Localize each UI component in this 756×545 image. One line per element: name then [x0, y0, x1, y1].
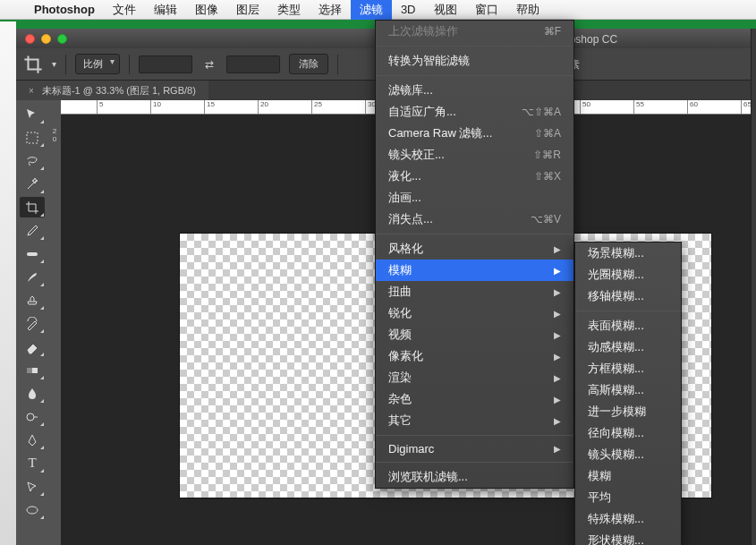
menuitem-radial-blur[interactable]: 径向模糊... [575, 422, 681, 444]
menuitem-label: 光圈模糊... [588, 267, 668, 283]
menuitem-lens-correction[interactable]: 镜头校正...⇧⌘R [376, 144, 573, 166]
menu-window[interactable]: 窗口 [466, 0, 507, 20]
menu-separator [376, 462, 573, 463]
lasso-tool-icon[interactable] [20, 150, 45, 171]
menuitem-box-blur[interactable]: 方框模糊... [575, 358, 681, 379]
menuitem-label: Camera Raw 滤镜... [388, 125, 534, 141]
svg-rect-1 [27, 252, 38, 256]
menuitem-label: 杂色 [388, 391, 554, 407]
menuitem-field-blur[interactable]: 场景模糊... [575, 243, 681, 264]
menuitem-shortcut: ⇧⌘R [533, 149, 561, 161]
menu-layer[interactable]: 图层 [227, 0, 268, 20]
crop-tool-icon[interactable] [23, 55, 43, 74]
clone-stamp-tool-icon[interactable] [20, 290, 45, 311]
menuitem-tilt-shift[interactable]: 移轴模糊... [575, 285, 681, 307]
clear-button[interactable]: 清除 [289, 54, 328, 74]
path-selection-tool-icon[interactable] [20, 476, 45, 497]
menuitem-camera-raw[interactable]: Camera Raw 滤镜...⇧⌘A [376, 123, 573, 144]
menu-edit[interactable]: 编辑 [145, 0, 186, 20]
crop-dropdown-arrow-icon[interactable]: ▾ [52, 59, 56, 69]
menuitem-sharpen[interactable]: 锐化▶ [376, 302, 573, 324]
menuitem-average[interactable]: 平均 [575, 487, 681, 508]
menuitem-other[interactable]: 其它▶ [376, 410, 573, 431]
menuitem-convert-smart[interactable]: 转换为智能滤镜 [376, 50, 573, 72]
menu-3d[interactable]: 3D [392, 0, 425, 20]
menuitem-stylize[interactable]: 风格化▶ [376, 238, 573, 260]
menuitem-gaussian-blur[interactable]: 高斯模糊... [575, 379, 681, 401]
eraser-tool-icon[interactable] [20, 336, 45, 357]
document-tab[interactable]: × 未标题-1 @ 33.3% (图层 1, RGB/8) [16, 81, 208, 100]
ratio-width-input[interactable] [139, 55, 192, 73]
close-icon[interactable] [25, 34, 35, 44]
menuitem-video[interactable]: 视频▶ [376, 324, 573, 345]
menuitem-digimarc[interactable]: Digimarc▶ [376, 439, 573, 458]
ratio-dropdown[interactable]: 比例 [75, 54, 120, 74]
menuitem-motion-blur[interactable]: 动感模糊... [575, 336, 681, 358]
menu-type[interactable]: 类型 [268, 0, 310, 20]
gradient-tool-icon[interactable] [20, 360, 45, 380]
ellipse-tool-icon[interactable] [20, 499, 45, 520]
menuitem-surface-blur[interactable]: 表面模糊... [575, 315, 681, 336]
menuitem-liquify[interactable]: 液化...⇧⌘X [376, 166, 573, 187]
blur-tool-icon[interactable] [20, 383, 45, 404]
swap-dimensions-icon[interactable]: ⇄ [201, 58, 217, 71]
type-tool-icon[interactable]: T [20, 453, 45, 473]
menuitem-last-filter: 上次滤镜操作 ⌘F [376, 21, 573, 42]
menu-separator [575, 311, 681, 311]
menuitem-oil-paint[interactable]: 油画... [376, 187, 573, 209]
ruler-tick: 55 [633, 100, 644, 115]
options-divider [129, 55, 130, 74]
menuitem-blur[interactable]: 模糊▶ [376, 260, 573, 281]
menuitem-shortcut: ⌘F [544, 25, 561, 38]
menuitem-render[interactable]: 渲染▶ [376, 367, 573, 388]
menuitem-shape-blur[interactable]: 形状模糊... [575, 530, 681, 545]
ruler-tick: 15 [204, 100, 215, 115]
history-brush-tool-icon[interactable] [20, 313, 45, 334]
panels-dock[interactable] [751, 29, 756, 545]
menuitem-browse-online[interactable]: 浏览联机滤镜... [376, 466, 573, 488]
menu-select[interactable]: 选择 [310, 0, 351, 20]
submenu-arrow-icon: ▶ [554, 373, 561, 383]
marquee-tool-icon[interactable] [20, 127, 45, 148]
menu-help[interactable]: 帮助 [507, 0, 548, 20]
pen-tool-icon[interactable] [20, 430, 45, 450]
eyedropper-tool-icon[interactable] [20, 220, 45, 241]
menu-view[interactable]: 视图 [425, 0, 466, 20]
menuitem-label: 方框模糊... [588, 361, 668, 377]
menuitem-lens-blur[interactable]: 镜头模糊... [575, 444, 681, 465]
menuitem-noise[interactable]: 杂色▶ [376, 388, 573, 410]
menuitem-blur[interactable]: 模糊 [575, 465, 681, 487]
menuitem-smart-blur[interactable]: 特殊模糊... [575, 508, 681, 530]
menu-separator [376, 75, 573, 76]
brush-tool-icon[interactable] [20, 267, 45, 287]
menuitem-distort[interactable]: 扭曲▶ [376, 281, 573, 302]
menu-file[interactable]: 文件 [104, 0, 145, 20]
menuitem-blur-more[interactable]: 进一步模糊 [575, 401, 681, 422]
menuitem-label: 风格化 [388, 241, 554, 257]
menuitem-iris-blur[interactable]: 光圈模糊... [575, 264, 681, 285]
menuitem-vanishing-point[interactable]: 消失点...⌥⌘V [376, 209, 573, 230]
menuitem-shortcut: ⌥⌘V [531, 213, 561, 226]
submenu-arrow-icon: ▶ [554, 444, 561, 454]
submenu-arrow-icon: ▶ [554, 395, 561, 404]
app-name[interactable]: Photoshop [25, 3, 104, 16]
blur-submenu: 场景模糊... 光圈模糊... 移轴模糊... 表面模糊... 动感模糊... … [574, 242, 682, 545]
healing-brush-tool-icon[interactable] [20, 243, 45, 264]
close-tab-icon[interactable]: × [29, 86, 34, 96]
menuitem-label: 镜头校正... [388, 147, 533, 163]
menu-separator [376, 234, 573, 234]
dodge-tool-icon[interactable] [20, 406, 45, 427]
menu-filter[interactable]: 滤镜 [351, 0, 392, 20]
maximize-icon[interactable] [57, 34, 67, 44]
ratio-height-input[interactable] [226, 55, 280, 73]
magic-wand-tool-icon[interactable] [20, 174, 45, 194]
menuitem-filter-gallery[interactable]: 滤镜库... [376, 80, 573, 101]
crop-tool-icon[interactable] [20, 197, 45, 217]
ruler-tick: 50 [580, 100, 590, 115]
menuitem-adaptive-wide-angle[interactable]: 自适应广角...⌥⇧⌘A [376, 101, 573, 123]
menu-image[interactable]: 图像 [186, 0, 227, 20]
menuitem-label: 特殊模糊... [588, 511, 668, 527]
minimize-icon[interactable] [41, 34, 51, 44]
menuitem-pixelate[interactable]: 像素化▶ [376, 345, 573, 367]
move-tool-icon[interactable] [20, 104, 45, 124]
